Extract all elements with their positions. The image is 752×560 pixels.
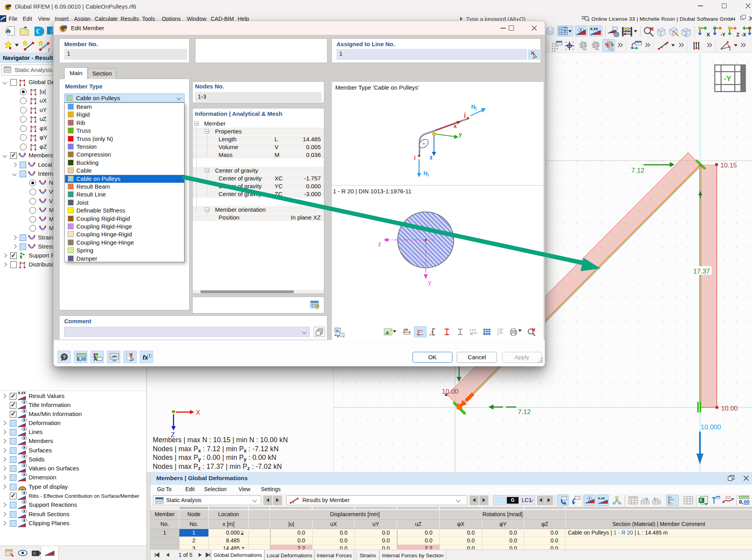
svg-text:0,: 0, <box>77 357 81 362</box>
svg-text:y: y <box>428 279 431 286</box>
svg-text:10.00: 10.00 <box>442 388 459 395</box>
svg-text:-Y: -Y <box>724 74 731 83</box>
svg-text:7.12: 7.12 <box>518 408 531 416</box>
svg-text:6: 6 <box>6 5 9 10</box>
svg-text:z: z <box>378 241 381 247</box>
svg-text:x: x <box>454 122 457 129</box>
svg-text:i: i <box>414 154 416 161</box>
svg-text:?: ? <box>63 354 66 360</box>
svg-text:X: X <box>700 498 702 502</box>
svg-text:Nj: Nj <box>471 103 477 111</box>
svg-text:y: y <box>459 131 462 137</box>
svg-text:1 2 3: 1 2 3 <box>470 329 476 331</box>
svg-text:x.xx: x.xx <box>590 27 598 31</box>
svg-text:10.000: 10.000 <box>701 423 721 431</box>
svg-text:0,: 0, <box>739 499 743 505</box>
svg-text:Ni: Ni <box>423 170 429 177</box>
svg-text:sc: sc <box>429 333 432 336</box>
svg-text:z: z <box>430 154 433 160</box>
svg-text:y: y <box>421 329 423 332</box>
svg-text:X: X <box>196 409 200 416</box>
svg-text:x.xx: x.xx <box>18 391 26 395</box>
svg-text:7.12: 7.12 <box>631 167 644 174</box>
svg-text:00: 00 <box>81 357 87 362</box>
svg-text:A: A <box>94 356 98 362</box>
svg-text:00: 00 <box>744 499 749 505</box>
svg-text:x.xx: x.xx <box>598 496 605 500</box>
svg-text:10.00: 10.00 <box>721 405 738 412</box>
svg-text:-X: -X <box>741 32 746 38</box>
svg-text:17.37: 17.37 <box>693 268 710 275</box>
svg-text:Z: Z <box>736 32 739 38</box>
svg-text:X: X <box>707 32 710 38</box>
svg-text:6: 6 <box>61 27 64 32</box>
svg-text:10.15: 10.15 <box>720 162 737 169</box>
svg-text:-Y: -Y <box>721 32 725 38</box>
svg-text:I: I <box>48 47 50 53</box>
svg-text:100: 100 <box>403 328 408 331</box>
svg-text:I: I <box>729 47 731 52</box>
svg-text:z: z <box>419 334 421 337</box>
svg-text:j: j <box>464 111 466 118</box>
